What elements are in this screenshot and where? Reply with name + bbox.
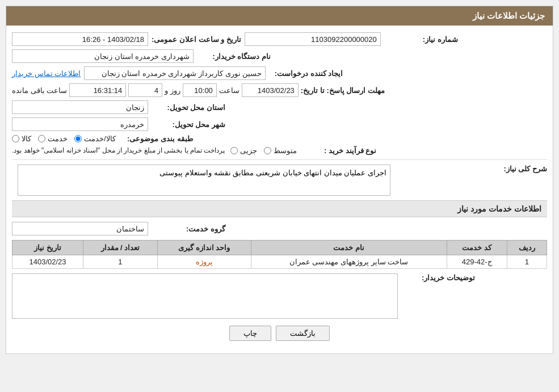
panel-title: جزئیات اطلاعات نیاز xyxy=(473,11,545,20)
category-option-label-0: کالا xyxy=(22,134,31,143)
category-option-kala[interactable]: کالا xyxy=(12,134,31,143)
category-label: طبقه بندی موضوعی: xyxy=(119,134,193,143)
province-label: استان محل تحویل: xyxy=(152,103,225,112)
main-panel: جزئیات اطلاعات نیاز شماره نیاز: 11030922… xyxy=(6,6,553,354)
category-option-khedmat[interactable]: خدمت xyxy=(38,134,68,143)
category-radio-group: کالا/خدمت خدمت کالا xyxy=(12,134,116,143)
category-option-label-2: کالا/خدمت xyxy=(84,134,116,143)
need-number-value: 1103092200000020 xyxy=(245,32,381,46)
city-value: خرمدره xyxy=(12,117,148,131)
col-header-name: نام خدمت xyxy=(251,241,447,255)
col-header-code: کد خدمت xyxy=(447,241,507,255)
description-area: شرح کلی نیاز: xyxy=(12,165,547,196)
services-section-header: اطلاعات خدمات مورد نیاز xyxy=(12,200,547,217)
process-option-label-0: جزیی xyxy=(240,146,257,155)
cell-row-num: 1 xyxy=(507,255,547,269)
category-option-kala-khedmat[interactable]: کالا/خدمت xyxy=(74,134,116,143)
buyer-name-row: نام دستگاه خریدار: شهرداری خرمدره استان … xyxy=(12,49,547,63)
city-label: شهر محل تحویل: xyxy=(152,120,225,129)
panel-header: جزئیات اطلاعات نیاز xyxy=(6,6,553,26)
divider-1 xyxy=(12,159,547,160)
page-wrapper: جزئیات اطلاعات نیاز شماره نیاز: 11030922… xyxy=(0,0,559,392)
description-label: شرح کلی نیاز: xyxy=(473,165,547,173)
buyer-desc-textarea[interactable] xyxy=(12,273,398,319)
buyer-desc-label: توضیحات خریدار: xyxy=(401,273,475,282)
deadline-row: مهلت ارسال پاسخ: تا تاریخ: 1403/02/23 سا… xyxy=(12,83,547,97)
province-row: استان محل تحویل: زنجان xyxy=(12,100,547,114)
table-header-row: ردیف کد خدمت نام خدمت واحد اندازه گیری ت… xyxy=(12,241,547,255)
process-row: نوع فرآیند خرید : متوسط جزیی پرداخت تمام… xyxy=(12,146,547,155)
description-textarea[interactable] xyxy=(18,165,390,196)
category-row: طبقه بندی موضوعی: کالا/خدمت خدمت کالا xyxy=(12,134,547,143)
service-group-row: گروه خدمت: ساختمان xyxy=(12,222,547,235)
buyer-name-value: شهرداری خرمدره استان زنجان xyxy=(12,49,194,63)
deadline-date: 1403/02/23 xyxy=(242,83,299,97)
buttons-row: بازگشت چاپ xyxy=(12,326,547,347)
process-radio-group: متوسط جزیی xyxy=(230,146,297,155)
deadline-label: مهلت ارسال پاسخ: تا تاریخ: xyxy=(301,86,385,95)
process-option-motawaset[interactable]: متوسط xyxy=(264,146,297,155)
cell-code: ج-42-429 xyxy=(447,255,507,269)
process-note: پرداخت تمام یا بخشی از مبلغ خریدار از مح… xyxy=(12,146,225,154)
print-button[interactable]: چاپ xyxy=(229,326,271,341)
service-group-value: ساختمان xyxy=(12,222,148,235)
back-button[interactable]: بازگشت xyxy=(276,326,330,341)
announcement-date-label: تاریخ و ساعت اعلان عمومی: xyxy=(152,35,241,44)
deadline-time-label: ساعت xyxy=(219,86,239,95)
creator-row: ایجاد کننده درخواست: حسین نوری کاربرداز … xyxy=(12,66,547,80)
process-option-jozi[interactable]: جزیی xyxy=(230,146,257,155)
city-row: شهر محل تحویل: خرمدره xyxy=(12,117,547,131)
deadline-days: 4 xyxy=(128,83,162,97)
table-row: 1 ج-42-429 ساخت سایر پروژههای مهندسی عمر… xyxy=(12,255,547,269)
category-option-label-1: خدمت xyxy=(48,134,68,143)
need-number-label: شماره نیاز: xyxy=(384,35,458,44)
announcement-date-value: 1403/02/18 - 16:26 xyxy=(12,32,148,46)
col-header-date: تاریخ نیاز xyxy=(12,241,83,255)
need-number-row: شماره نیاز: 1103092200000020 تاریخ و ساع… xyxy=(12,32,547,46)
process-label: نوع فرآیند خرید : xyxy=(302,146,376,155)
deadline-time: 10:00 xyxy=(183,83,217,97)
deadline-remaining: 16:31:14 xyxy=(69,83,126,97)
contact-link[interactable]: اطلاعات تماس خریدار xyxy=(12,69,81,78)
service-group-label: گروه خدمت: xyxy=(152,225,225,233)
creator-label: ایجاد کننده درخواست: xyxy=(269,69,343,78)
creator-value: حسین نوری کاربرداز شهرداری خرمدره استان … xyxy=(84,66,266,80)
deadline-remaining-label: ساعت باقی مانده xyxy=(12,86,67,95)
services-section-title: اطلاعات خدمات مورد نیاز xyxy=(457,204,541,213)
province-value: زنجان xyxy=(12,100,148,114)
buyer-name-label: نام دستگاه خریدار: xyxy=(197,52,271,61)
process-option-label-1: متوسط xyxy=(274,146,297,155)
panel-body: شماره نیاز: 1103092200000020 تاریخ و ساع… xyxy=(6,26,553,353)
col-header-row-num: ردیف xyxy=(507,241,547,255)
buyer-desc-row: توضیحات خریدار: xyxy=(12,273,547,319)
cell-date: 1403/02/23 xyxy=(12,255,83,269)
col-header-unit: واحد اندازه گیری xyxy=(157,241,251,255)
services-table: ردیف کد خدمت نام خدمت واحد اندازه گیری ت… xyxy=(12,240,547,269)
cell-name: ساخت سایر پروژههای مهندسی عمران xyxy=(251,255,447,269)
cell-unit[interactable]: پروژه xyxy=(157,255,251,269)
cell-quantity: 1 xyxy=(83,255,158,269)
col-header-quantity: تعداد / مقدار xyxy=(83,241,158,255)
deadline-days-label: روز و xyxy=(165,86,180,95)
